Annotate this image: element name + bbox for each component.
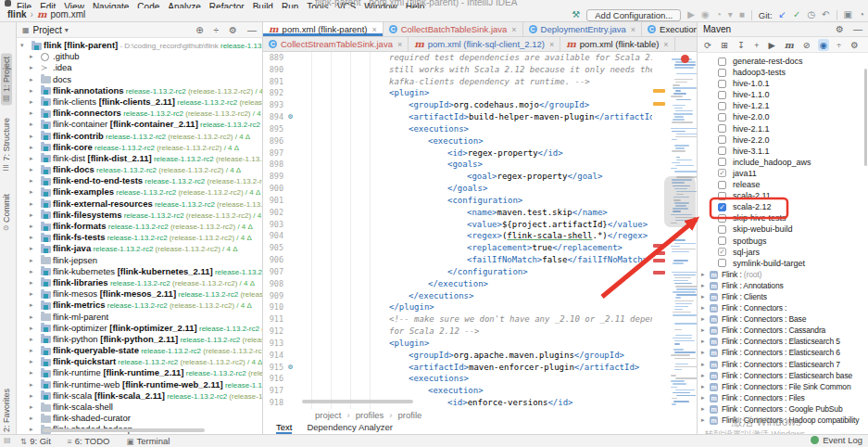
- project-tree-item[interactable]: ▸flink-formats release-1.13.2-rc2 (relea…: [17, 221, 262, 232]
- status-terminal[interactable]: ▣Terminal: [126, 436, 170, 446]
- profile-checkbox[interactable]: [718, 135, 726, 144]
- expand-arrow-icon[interactable]: ▸: [701, 359, 705, 370]
- gutter-plugin-icon[interactable]: ⚙: [288, 111, 293, 123]
- project-tree-item[interactable]: ▸≻.idea: [17, 62, 262, 73]
- project-tree-item[interactable]: ▸flink-docs release-1.13.2-rc2 (release-…: [17, 164, 262, 175]
- code-line[interactable]: 897<id>regex-property</id>: [263, 147, 697, 160]
- maven-module-row[interactable]: ▸mFlink : Connectors : Elasticsearch 6: [698, 347, 868, 358]
- editor-bottom-tab[interactable]: Dependency Analyzer: [307, 421, 392, 434]
- expand-arrow-icon[interactable]: ▸: [30, 255, 33, 266]
- history-icon[interactable]: ◷: [807, 8, 815, 21]
- project-tree-item[interactable]: ▸flink-queryable-state release-1.13.2-rc…: [17, 345, 262, 356]
- expand-arrow-icon[interactable]: ▸: [30, 131, 33, 142]
- code-line[interactable]: 891kafka-clients dependency at runtime. …: [263, 76, 697, 88]
- code-editor[interactable]: 889required test dependencies are availa…: [263, 52, 697, 409]
- expand-arrow-icon[interactable]: ▸: [701, 403, 705, 415]
- profile-checkbox[interactable]: [718, 80, 726, 88]
- maven-settings-icon[interactable]: ⚙: [849, 39, 861, 51]
- profile-checkbox[interactable]: ✓: [718, 203, 726, 211]
- maven-profile-row[interactable]: include_hadoop_aws: [698, 157, 868, 168]
- expand-arrow-icon[interactable]: ▸: [30, 334, 33, 345]
- stop-button-icon[interactable]: ■: [739, 8, 745, 21]
- code-line[interactable]: 909</executions>: [263, 290, 697, 302]
- code-line[interactable]: 899<goal>regex-property</goal>: [263, 171, 697, 183]
- run-button-icon[interactable]: ▶: [687, 8, 695, 21]
- expand-arrow-icon[interactable]: ▸: [30, 379, 33, 390]
- menu-item-code[interactable]: Code: [137, 2, 159, 8]
- expand-arrow-icon[interactable]: ▸: [30, 96, 33, 108]
- settings-icon[interactable]: ⚙: [229, 25, 237, 35]
- skip-tests-icon[interactable]: ◉: [818, 39, 829, 51]
- menu-item-build[interactable]: Build: [253, 2, 273, 8]
- maven-module-row[interactable]: ▸mFlink : Connectors : Google PubSub: [698, 403, 868, 415]
- expand-arrow-icon[interactable]: ▸: [30, 210, 33, 221]
- collapse-all-icon[interactable]: ÷: [835, 39, 843, 51]
- project-hscrollbar[interactable]: [43, 428, 205, 432]
- maven-module-row[interactable]: ▸mFlink : Connectors : Cassandra: [698, 325, 868, 336]
- maven-module-row[interactable]: ▸mFlink : (root): [698, 269, 868, 280]
- code-line[interactable]: 912for Scala 2.12 -->: [263, 326, 697, 338]
- expand-arrow-icon[interactable]: ▸: [30, 413, 33, 424]
- reload-maven-projects-icon[interactable]: ⟳: [702, 39, 713, 51]
- expand-arrow-icon[interactable]: ▸: [30, 74, 33, 85]
- expand-arrow-icon[interactable]: ▸: [30, 164, 33, 175]
- profile-checkbox[interactable]: [718, 113, 726, 121]
- maven-profile-row[interactable]: hive-2.2.0: [698, 134, 868, 146]
- code-line[interactable]: 907</configuration>: [263, 266, 697, 278]
- offline-mode-icon[interactable]: ⊘: [801, 39, 812, 51]
- tool-window-switcher-icon[interactable]: ▤: [4, 436, 11, 444]
- expand-arrow-icon[interactable]: ▸: [30, 356, 33, 367]
- menu-item-analyze[interactable]: Analyze: [168, 2, 201, 8]
- editor-tab[interactable]: CCollectBatchTableSink.java×: [384, 22, 523, 36]
- close-icon[interactable]: ×: [663, 40, 668, 49]
- profile-checkbox[interactable]: [718, 57, 726, 66]
- menu-item-view[interactable]: View: [64, 2, 84, 8]
- project-tree-item[interactable]: ▸flink-filesystems release-1.13.2-rc2 (r…: [17, 210, 262, 221]
- project-tree-item[interactable]: ▸flink-end-to-end-tests release-1.13.2-r…: [17, 175, 262, 186]
- editor-tab[interactable]: CCollectStreamTableSink.java×: [263, 37, 409, 51]
- project-tree-item[interactable]: ▸flink-core release-1.13.2-rc2 (release-…: [17, 142, 262, 153]
- maven-profile-row[interactable]: spotbugs: [698, 236, 868, 247]
- code-line[interactable]: 896<execution>: [263, 135, 697, 147]
- maven-profile-row[interactable]: ✓scala-2.12: [698, 201, 868, 212]
- editor-hscrollbar[interactable]: [302, 400, 413, 403]
- expand-arrow-icon[interactable]: ▸: [30, 312, 33, 323]
- maven-profile-row[interactable]: release: [698, 179, 868, 190]
- breadcrumb-item[interactable]: project: [315, 410, 342, 420]
- code-line[interactable]: 910</plugin>: [263, 301, 697, 313]
- expand-arrow-icon[interactable]: ▸: [701, 280, 705, 291]
- expand-arrow-icon[interactable]: ▸: [701, 291, 705, 302]
- menu-item-run[interactable]: Run: [282, 2, 298, 8]
- code-line[interactable]: 911<!-- make sure we don't have any _2.1…: [263, 313, 697, 326]
- profile-checkbox[interactable]: [718, 102, 726, 110]
- project-tree-item[interactable]: ▸.github: [17, 51, 262, 62]
- code-line[interactable]: 894⚙<artifactId>build-helper-maven-plugi…: [263, 111, 697, 123]
- expand-arrow-icon[interactable]: ▸: [30, 323, 33, 334]
- project-tree-item[interactable]: ▸flink-libraries release-1.13.2-rc2 (rel…: [17, 277, 262, 288]
- breadcrumb-item[interactable]: profile: [397, 410, 421, 420]
- code-line[interactable]: 892<plugin>: [263, 87, 697, 99]
- expand-arrow-icon[interactable]: ▸: [30, 85, 33, 96]
- add-maven-project-icon[interactable]: +: [752, 39, 761, 51]
- maven-profile-row[interactable]: hive-2.1.1: [698, 123, 868, 134]
- status-git[interactable]: ⇅9: Git: [20, 436, 51, 446]
- maven-profile-row[interactable]: hadoop3-tests: [698, 67, 868, 78]
- tool-button-structure[interactable]: ☰ 7: Structure: [1, 115, 12, 174]
- maven-profile-row[interactable]: scala-2.11: [698, 190, 868, 201]
- editor-bottom-tab[interactable]: Text: [276, 421, 292, 434]
- maven-profile-row[interactable]: skip-webui-build: [698, 224, 868, 235]
- code-line[interactable]: 913<plugin>: [263, 338, 697, 350]
- project-tree-item[interactable]: ▸docs: [17, 74, 262, 85]
- breadcrumb-item[interactable]: profiles: [356, 410, 384, 420]
- close-icon[interactable]: ×: [549, 40, 554, 49]
- tool-button-project[interactable]: ▤ 1: Project: [1, 54, 12, 106]
- code-line[interactable]: 898<goals>: [263, 159, 697, 171]
- project-tree-item[interactable]: ▸flink-metrics release-1.13.2-rc2 (relea…: [17, 300, 262, 311]
- maven-profile-row[interactable]: hive-1.0.1: [698, 78, 868, 89]
- project-panel-title[interactable]: Project: [33, 25, 62, 35]
- expand-arrow-icon[interactable]: ▸: [30, 108, 33, 119]
- profile-checkbox[interactable]: [718, 158, 726, 166]
- project-tree-item[interactable]: ▸flink-annotations release-1.13.2-rc2 (r…: [17, 85, 262, 96]
- maven-module-row[interactable]: ▸mFlink : Connectors : Elasticsearch 7: [698, 359, 868, 370]
- maven-profile-row[interactable]: symlink-build-target: [698, 258, 868, 269]
